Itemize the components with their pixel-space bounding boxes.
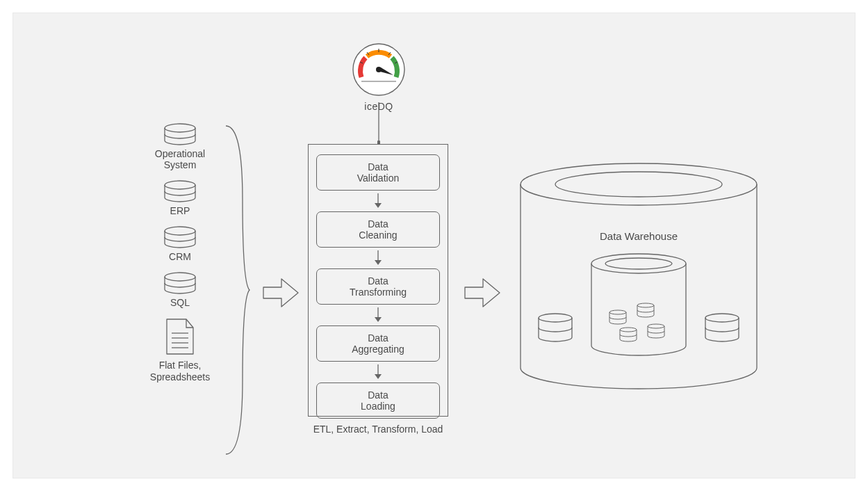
flow-arrow-icon [464,277,502,308]
svg-point-27 [521,163,757,205]
svg-marker-26 [375,374,382,379]
mini-db-icon [648,324,664,338]
svg-point-33 [620,328,637,332]
mini-db-icon [609,310,626,324]
file-icon [164,318,196,357]
small-db-icon [705,314,739,341]
etl-pipeline: Data Validation Data Cleaning Data Trans… [308,144,448,417]
gauge-connector [377,102,380,145]
step-cleaning: Data Cleaning [316,211,440,248]
svg-point-13 [165,227,195,235]
svg-point-11 [165,124,195,132]
down-arrow-icon [374,364,382,380]
down-arrow-icon [374,307,382,323]
svg-point-12 [165,181,195,189]
small-db-icon [539,314,572,341]
svg-point-34 [648,324,664,328]
svg-marker-20 [375,203,382,208]
down-arrow-icon [374,193,382,209]
svg-point-36 [705,314,739,322]
database-icon [163,272,197,294]
database-icon [163,226,197,248]
source-label: Flat Files, Spreadsheets [150,360,210,382]
step-aggregating: Data Aggregating [316,325,440,362]
database-icon [163,123,197,145]
source-erp: ERP [163,180,197,216]
svg-point-35 [539,314,572,322]
source-crm: CRM [163,226,197,262]
svg-point-28 [555,172,722,197]
mini-db-icon [637,303,654,317]
mini-db-icon [620,328,637,341]
svg-point-32 [637,303,654,307]
gauge-icon: iceDQ [352,42,406,112]
source-label: CRM [169,251,191,262]
source-sql: SQL [163,272,197,308]
source-operational: Operational System [155,123,205,170]
step-transforming: Data Transforming [316,268,440,305]
diagram-canvas: iceDQ Operational System ERP [13,13,855,478]
source-label: ERP [170,205,190,216]
step-validation: Data Validation [316,154,440,191]
down-arrow-icon [374,250,382,266]
flow-arrow-icon [262,277,301,308]
svg-point-7 [376,67,382,72]
pipeline-caption: ETL, Extract, Transform, Load [308,424,448,435]
source-flatfiles: Flat Files, Spreadsheets [150,318,210,382]
step-loading: Data Loading [316,383,440,419]
warehouse-label: Data Warehouse [514,230,764,242]
svg-point-14 [165,273,195,281]
sources-bracket [223,123,251,457]
source-label: SQL [170,297,190,308]
data-warehouse-icon [514,159,764,399]
database-icon [163,180,197,202]
svg-marker-22 [375,260,382,265]
sources-column: Operational System ERP CRM SQ [124,123,236,392]
svg-marker-24 [375,317,382,322]
svg-point-31 [609,310,626,314]
source-label: Operational System [155,148,205,170]
